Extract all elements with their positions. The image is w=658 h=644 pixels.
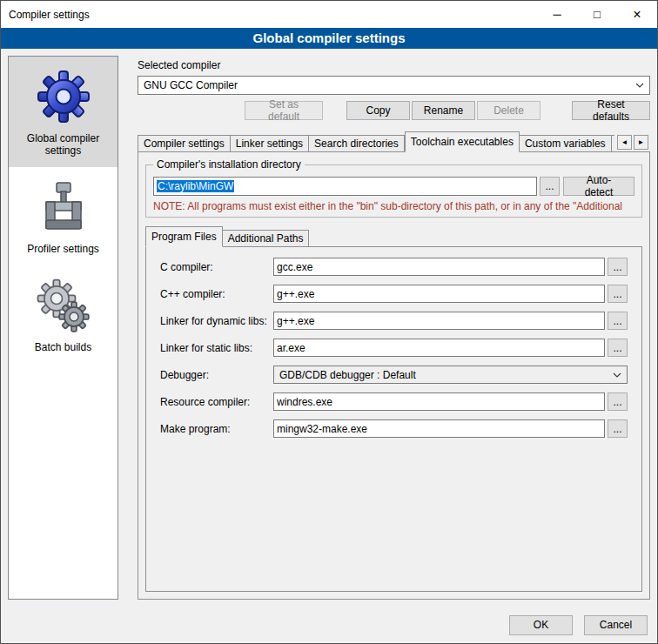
c-compiler-row: C compiler: gcc.exe ... <box>160 258 628 276</box>
subtab-additional-paths[interactable]: Additional Paths <box>223 230 310 247</box>
sidebar-item-label: Global compiler settings <box>12 132 114 157</box>
browse-resource-compiler-button[interactable]: ... <box>608 392 628 411</box>
tab-search-directories[interactable]: Search directories <box>309 135 405 152</box>
settings-tabstrip: Compiler settings Linker settings Search… <box>138 131 650 152</box>
sidebar-item-label: Profiler settings <box>27 243 99 255</box>
field-value: gcc.exe <box>277 261 312 273</box>
browse-cpp-compiler-button[interactable]: ... <box>608 285 628 303</box>
browse-installation-directory-button[interactable]: ... <box>540 177 560 196</box>
dynamic-linker-row: Linker for dynamic libs: g++.exe ... <box>160 312 628 330</box>
make-program-row: Make program: mingw32-make.exe ... <box>160 419 628 438</box>
cpp-compiler-row: C++ compiler: g++.exe ... <box>160 285 628 303</box>
dialog-content: Global compiler settings Profiler settin… <box>1 49 657 607</box>
field-label: Resource compiler: <box>160 396 273 408</box>
auto-detect-button[interactable]: Auto-detect <box>563 177 634 196</box>
installation-directory-groupbox-label: Compiler's installation directory <box>153 158 305 171</box>
global-compiler-gear-icon <box>36 69 91 124</box>
dynamic-linker-input[interactable]: g++.exe <box>273 312 605 330</box>
field-value: mingw32-make.exe <box>277 423 367 435</box>
cpp-compiler-input[interactable]: g++.exe <box>273 285 605 303</box>
tab-toolchain-executables[interactable]: Toolchain executables <box>405 131 520 152</box>
tab-build-options[interactable]: Buil <box>612 135 614 152</box>
sidebar-item-global-compiler-settings[interactable]: Global compiler settings <box>9 57 118 167</box>
selected-path-text: C:\raylib\MinGW <box>157 180 234 192</box>
tab-linker-settings[interactable]: Linker settings <box>231 135 309 152</box>
delete-button[interactable]: Delete <box>477 101 540 120</box>
tab-scroll-buttons: ◄ ► <box>617 135 648 150</box>
resource-compiler-row: Resource compiler: windres.exe ... <box>160 392 628 411</box>
debugger-select-value: GDB/CDB debugger : Default <box>279 369 608 381</box>
static-linker-row: Linker for static libs: ar.exe ... <box>160 339 628 357</box>
reset-defaults-button[interactable]: Reset defaults <box>572 101 650 120</box>
make-program-input[interactable]: mingw32-make.exe <box>273 419 605 438</box>
field-label: C compiler: <box>160 261 273 273</box>
chevron-down-icon <box>613 372 621 378</box>
installation-directory-input[interactable]: C:\raylib\MinGW <box>153 177 537 196</box>
caption-buttons: ─ □ × <box>537 1 657 28</box>
compiler-settings-window: Compiler settings ─ □ × Global compiler … <box>0 0 658 644</box>
compiler-select-value: GNU GCC Compiler <box>144 79 630 91</box>
profiler-tool-icon <box>36 179 91 235</box>
field-label: Debugger: <box>160 369 273 381</box>
programs-subtabstrip: Program Files Additional Paths <box>145 226 642 247</box>
window-title: Compiler settings <box>1 9 90 21</box>
browse-make-program-button[interactable]: ... <box>608 419 628 438</box>
compiler-select[interactable]: GNU GCC Compiler <box>138 76 650 95</box>
debugger-select[interactable]: GDB/CDB debugger : Default <box>273 366 628 384</box>
set-as-default-button[interactable]: Set as default <box>245 101 323 120</box>
resource-compiler-input[interactable]: windres.exe <box>273 392 605 411</box>
cancel-button[interactable]: Cancel <box>584 615 648 635</box>
field-value: windres.exe <box>277 396 332 408</box>
field-label: Linker for static libs: <box>160 342 273 354</box>
dialog-header: Global compiler settings <box>1 28 657 49</box>
selected-compiler-label: Selected compiler <box>138 59 650 71</box>
sidebar-item-label: Batch builds <box>35 341 91 353</box>
tab-scroll-right-button[interactable]: ► <box>634 135 648 150</box>
c-compiler-input[interactable]: gcc.exe <box>273 258 605 276</box>
installation-directory-row: C:\raylib\MinGW ... Auto-detect <box>153 177 634 196</box>
subtabs-scroll-area: Program Files Additional Paths <box>145 226 642 247</box>
titlebar: Compiler settings ─ □ × <box>1 1 657 28</box>
field-value: g++.exe <box>277 315 314 327</box>
static-linker-input[interactable]: ar.exe <box>273 339 605 357</box>
field-label: Linker for dynamic libs: <box>160 315 273 327</box>
tab-compiler-settings[interactable]: Compiler settings <box>138 135 231 152</box>
ok-button[interactable]: OK <box>509 615 573 635</box>
tab-scroll-left-button[interactable]: ◄ <box>617 135 632 150</box>
minimize-button[interactable]: ─ <box>537 1 577 28</box>
close-button[interactable]: × <box>617 1 657 28</box>
installation-directory-groupbox: Compiler's installation directory C:\ray… <box>145 164 642 218</box>
compiler-buttons-row: Set as default Copy Rename Delete Reset … <box>138 101 650 120</box>
sidebar-item-profiler-settings[interactable]: Profiler settings <box>9 167 118 265</box>
browse-c-compiler-button[interactable]: ... <box>608 258 628 276</box>
browse-static-linker-button[interactable]: ... <box>608 339 628 357</box>
settings-category-list: Global compiler settings Profiler settin… <box>8 56 118 600</box>
dialog-footer: OK Cancel <box>1 607 657 643</box>
batch-builds-gears-icon <box>36 278 91 333</box>
tab-custom-variables[interactable]: Custom variables <box>520 135 612 152</box>
field-label: Make program: <box>160 423 273 435</box>
field-label: C++ compiler: <box>160 288 273 300</box>
toolchain-executables-panel: Compiler's installation directory C:\ray… <box>138 151 650 600</box>
maximize-button[interactable]: □ <box>577 1 617 28</box>
rename-button[interactable]: Rename <box>412 101 475 120</box>
field-value: ar.exe <box>277 342 306 354</box>
program-files-panel: C compiler: gcc.exe ... C++ compiler: g+… <box>145 246 642 592</box>
main-settings-area: Selected compiler GNU GCC Compiler Set a… <box>127 56 650 600</box>
chevron-down-icon <box>635 83 644 88</box>
installation-note-text: NOTE: All programs must exist either in … <box>153 200 634 212</box>
subtab-program-files[interactable]: Program Files <box>145 226 223 247</box>
browse-dynamic-linker-button[interactable]: ... <box>608 312 628 330</box>
sidebar-item-batch-builds[interactable]: Batch builds <box>9 265 118 364</box>
field-value: g++.exe <box>277 288 314 300</box>
tabs-scroll-area: Compiler settings Linker settings Search… <box>138 131 614 152</box>
copy-button[interactable]: Copy <box>346 101 410 120</box>
debugger-row: Debugger: GDB/CDB debugger : Default <box>160 366 628 384</box>
